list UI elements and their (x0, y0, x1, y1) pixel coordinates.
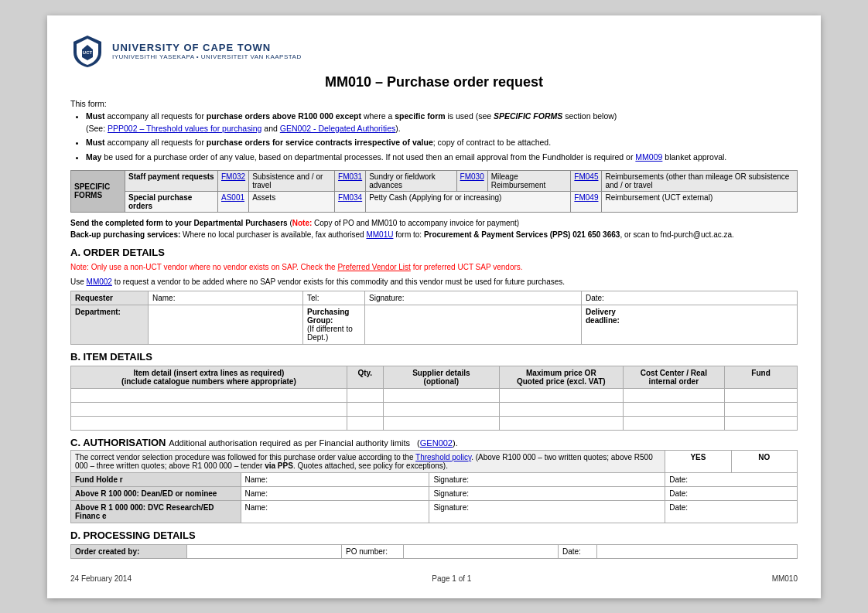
dean-label: Above R 100 000: Dean/ED or nominee (71, 486, 241, 500)
footer-date: 24 February 2014 (70, 574, 132, 583)
fund-1 (725, 388, 798, 402)
ppp002-link[interactable]: PPP002 – Threshold values for purchasing (108, 124, 261, 133)
logo-text: UNIVERSITY OF CAPE TOWN IYUNIVESITHI YAS… (112, 42, 302, 60)
document-page: UCT UNIVERSITY OF CAPE TOWN IYUNIVESITHI… (47, 15, 821, 598)
university-name: UNIVERSITY OF CAPE TOWN (112, 42, 302, 53)
item-row-1 (71, 388, 798, 402)
max-price-3 (500, 416, 624, 430)
item-detail-header: Item detail (insert extra lines as requi… (71, 366, 347, 388)
requester-name-cell: Name: (149, 291, 303, 305)
intro-item-1: Must accompany all requests for purchase… (86, 111, 798, 135)
purchasing-group-value (365, 305, 582, 344)
requester-row: Requester Name: Tel: Signature: Date: (71, 291, 798, 305)
intro-item-2: Must accompany all requests for purchase… (86, 137, 798, 149)
item-row-2 (71, 402, 798, 416)
fund-2 (725, 402, 798, 416)
max-price-2 (500, 402, 624, 416)
supplier-header: Supplier details(optional) (383, 366, 499, 388)
mm009-link[interactable]: MM009 (635, 152, 662, 162)
fm032-cell: FM032 (218, 170, 249, 191)
fm045-cell: FM045 (571, 170, 602, 191)
logo-area: UCT UNIVERSITY OF CAPE TOWN IYUNIVESITHI… (70, 34, 302, 68)
intro-section: This form: Must accompany all requests f… (70, 98, 798, 164)
petty-cash-cell: Petty Cash (Applying for or increasing) (366, 191, 571, 212)
requester-date-cell: Date: (582, 291, 798, 305)
yes-label: YES (665, 450, 731, 472)
page-title: MM010 – Purchase order request (70, 74, 798, 90)
sundry-cell: Sundry or fieldwork advances (366, 170, 456, 191)
mm01u-link[interactable]: MM01U (366, 230, 393, 239)
preferred-vendor-link[interactable]: Preferred Vendor List (337, 263, 411, 271)
item-detail-1 (71, 388, 347, 402)
section-b-title: B. ITEM DETAILS (70, 351, 798, 363)
uct-ext-cell: Reimbursement (UCT external) (602, 191, 798, 212)
fund-holder-name: Name: (241, 472, 429, 486)
processing-date-value (597, 544, 798, 558)
dvc-date: Date: (665, 500, 798, 523)
processing-table: Order created by: PO number: Date: (70, 544, 798, 559)
department-label: Department: (71, 305, 149, 344)
staff-payment-label: Staff payment requests (125, 170, 218, 191)
dvc-label: Above R 1 000 000: DVC Research/ED Finan… (71, 500, 241, 523)
po-number-label: PO number: (342, 544, 404, 558)
order-note-2: Use MM002 to request a vendor to be adde… (70, 276, 798, 288)
processing-date-label: Date: (559, 544, 597, 558)
order-note-1: Note: Only use a non-UCT vendor where no… (70, 261, 798, 273)
requester-sig-cell: Signature: (365, 291, 582, 305)
fm032-link[interactable]: FM032 (221, 172, 245, 181)
fm045-link[interactable]: FM045 (574, 172, 598, 181)
policy-cell: The correct vendor selection procedure w… (71, 450, 665, 472)
svg-text:UCT: UCT (83, 50, 93, 55)
fund-holder-row: Fund Holde r Name: Signature: Date: (71, 472, 798, 486)
item-row-3 (71, 416, 798, 430)
max-price-1 (500, 388, 624, 402)
dvc-row: Above R 1 000 000: DVC Research/ED Finan… (71, 500, 798, 523)
assets-cell: Assets (249, 191, 335, 212)
mm002-link[interactable]: MM002 (87, 278, 112, 286)
forms-row-2: Special purchase orders AS001 Assets FM0… (71, 191, 798, 212)
fm034-cell: FM034 (335, 191, 366, 212)
fm030-link[interactable]: FM030 (460, 172, 484, 181)
department-value-cell (149, 305, 303, 344)
fm034-link[interactable]: FM034 (338, 193, 362, 202)
dean-name: Name: (241, 486, 429, 500)
item-header-row: Item detail (insert extra lines as requi… (71, 366, 798, 388)
cost-center-header: Cost Center / Realinternal order (623, 366, 724, 388)
qty-header: Qty. (347, 366, 383, 388)
section-a-title: A. ORDER DETAILS (70, 247, 798, 258)
gen002c-link[interactable]: GEN002 (420, 438, 453, 448)
page-header: UCT UNIVERSITY OF CAPE TOWN IYUNIVESITHI… (70, 34, 798, 68)
gen002-link[interactable]: GEN002 - Delegated Authorities (280, 124, 395, 133)
specific-forms-header: SPECIFICFORMS (71, 170, 125, 212)
fm031-link[interactable]: FM031 (338, 172, 362, 181)
cost-center-1 (623, 388, 724, 402)
section-d-title: D. PROCESSING DETAILS (70, 530, 798, 541)
as001-link[interactable]: AS001 (221, 193, 244, 202)
no-label: NO (731, 450, 797, 472)
fm031-cell: FM031 (335, 170, 366, 191)
supplier-1 (383, 388, 499, 402)
order-created-value (187, 544, 342, 558)
cost-center-2 (623, 402, 724, 416)
qty-1 (347, 388, 383, 402)
fund-holder-label: Fund Holde r (71, 472, 241, 486)
order-created-label: Order created by: (71, 544, 187, 558)
reimbursements-cell: Reimbursements (other than mileage OR su… (602, 170, 798, 191)
university-sub: IYUNIVESITHI YASEKAPA • UNIVERSITEIT VAN… (112, 53, 302, 60)
fm049-link[interactable]: FM049 (574, 193, 598, 202)
uct-logo-icon: UCT (70, 34, 104, 68)
footer-ref: MM010 (772, 574, 798, 583)
processing-row: Order created by: PO number: Date: (71, 544, 798, 558)
page-footer: 24 February 2014 Page 1 of 1 MM010 (70, 574, 798, 583)
send-note: Send the completed form to your Departme… (70, 217, 798, 240)
section-c-title: C. AUTHORISATION Additional authorisatio… (70, 437, 798, 448)
dean-row: Above R 100 000: Dean/ED or nominee Name… (71, 486, 798, 500)
dvc-name: Name: (241, 500, 429, 523)
cost-center-3 (623, 416, 724, 430)
dean-date: Date: (665, 486, 798, 500)
dvc-sig: Signature: (429, 500, 665, 523)
intro-item-3: May be used for a purchase order of any … (86, 152, 798, 164)
fm030-cell: FM030 (456, 170, 487, 191)
special-purchase-label: Special purchase orders (125, 191, 218, 212)
threshold-policy-link[interactable]: Threshold policy (415, 453, 471, 461)
